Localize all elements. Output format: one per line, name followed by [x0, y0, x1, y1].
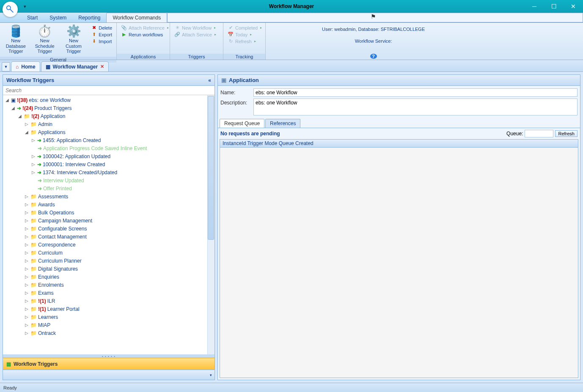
pending-label: No requests are pending [220, 131, 280, 137]
close-tab-icon[interactable]: ✕ [100, 64, 104, 69]
maximize-button[interactable]: ☐ [544, 0, 564, 13]
svg-point-0 [7, 6, 11, 10]
trigger-tree[interactable]: ◢▣ !(38)ebs: one Workflow◢➜ !(24)Product… [3, 95, 214, 354]
doctab-dropdown[interactable]: ▼ [2, 62, 10, 71]
tree-node[interactable]: ▷📁 Enquiries [5, 273, 214, 281]
new-database-trigger-button[interactable]: 🛢️New DatabaseTrigger [2, 24, 30, 56]
application-title: Application [229, 77, 259, 83]
minimize-button[interactable]: ─ [525, 0, 544, 13]
status-bar: Ready [0, 383, 583, 392]
menu-tab-workflow-commands[interactable]: Workflow Commands [106, 13, 167, 22]
tree-node[interactable]: ▷📁 !(1)ILR [5, 297, 214, 305]
tree-node[interactable]: ➜ Interview Updated [5, 176, 214, 184]
tab-workflow-manager[interactable]: ▦Workflow Manager✕ [41, 61, 109, 71]
window-title: Workflow Manager [269, 3, 314, 9]
tree-node[interactable]: ▷📁 Contact Management [5, 233, 214, 241]
tree-node[interactable]: ▷📁 Ontrack [5, 329, 214, 337]
name-label: Name: [220, 88, 250, 96]
user-database-label: User: webadmin, Database: SFTRIBALCOLLEG… [322, 27, 425, 32]
tree-node[interactable]: ◢➜ !(24)Product Triggers [5, 104, 214, 112]
import-button[interactable]: ⬇Import [89, 38, 114, 44]
nav-workflow-triggers[interactable]: ▦Workflow Triggers [3, 358, 214, 370]
tree-node[interactable]: ▷➜ 1374: Interview Created/Updated [5, 168, 214, 176]
menu-tabstrip: Start System Reporting Workflow Commands… [0, 13, 583, 23]
close-button[interactable]: ✕ [564, 0, 583, 13]
tab-request-queue[interactable]: Request Queue [220, 119, 264, 128]
search-input[interactable] [3, 86, 214, 95]
tree-node[interactable]: ▷📁 Exams [5, 289, 214, 297]
menu-tab-reporting[interactable]: Reporting [72, 13, 106, 22]
tree-node[interactable]: ▷📁 Curriculum [5, 249, 214, 257]
refresh-button[interactable]: Refresh [555, 130, 578, 137]
tree-node[interactable]: ▷📁 Assessments [5, 192, 214, 200]
new-custom-trigger-button[interactable]: ⚙️New CustomTrigger [60, 24, 88, 56]
tree-node[interactable]: ▷📁 Configurable Screens [5, 225, 214, 233]
menu-tab-system[interactable]: System [44, 13, 72, 22]
description-field[interactable] [253, 99, 578, 115]
tree-node[interactable]: ▷📁 Enrolments [5, 281, 214, 289]
attach-reference-button: 📎Attach Reference▸ [119, 25, 170, 31]
app-orb-button[interactable] [3, 2, 18, 17]
ribbon-group-triggers: Triggers [170, 54, 223, 60]
tab-references[interactable]: References [265, 119, 300, 128]
export-button[interactable]: ⬆Export [89, 31, 114, 38]
panel-splitter[interactable]: • • • • • [3, 354, 214, 358]
tree-node[interactable]: ▷📁 Learners [5, 313, 214, 321]
tree-node[interactable]: ▷➜ 1000001: Interview Created [5, 160, 214, 168]
tree-node[interactable]: ▷📁 Curriculum Planner [5, 257, 214, 265]
ribbon-group-applications: Applications [117, 54, 170, 60]
tree-node[interactable]: ▷📁 Awards [5, 200, 214, 208]
workflow-service-label: Workflow Service: [355, 38, 392, 44]
ribbon: 🛢️New DatabaseTrigger ⏱️New ScheduleTrig… [0, 23, 583, 60]
tree-node[interactable]: ▷📁 !(1)Learner Portal [5, 305, 214, 313]
delete-button[interactable]: ✖Delete [89, 25, 114, 31]
refresh-tracking-button: ↻Refresh▸ [226, 38, 264, 44]
new-workflow-button: ✳New Workflow▸ [173, 25, 218, 31]
new-schedule-trigger-button[interactable]: ⏱️New ScheduleTrigger [30, 24, 58, 56]
main-area: Workflow Triggers « ◢▣ !(38)ebs: one Wor… [0, 72, 583, 383]
grid-body [220, 148, 578, 378]
tree-node[interactable]: ◢▣ !(38)ebs: one Workflow [5, 96, 214, 104]
app-icon: ▣ [221, 77, 226, 83]
qat-dropdown[interactable]: ▾ [24, 4, 26, 9]
flag-icon[interactable]: ⚑ [371, 13, 376, 20]
tree-node[interactable]: ▷📁 Digital Signatures [5, 265, 214, 273]
menu-tab-start[interactable]: Start [21, 13, 44, 22]
panel-title: Workflow Triggers [6, 77, 54, 83]
tree-node[interactable]: ◢📁 !(2)Application [5, 112, 214, 120]
tree-icon: ▦ [6, 361, 11, 367]
titlebar: ▾ Workflow Manager ─ ☐ ✕ [0, 0, 583, 13]
tree-node[interactable]: ➜ Offer Printed [5, 184, 214, 192]
tree-node[interactable]: ▷➜ 1000042: Application Updated [5, 152, 214, 160]
rerun-workflows-button[interactable]: ▶Rerun workflows [119, 31, 170, 38]
tree-node[interactable]: ▷📁 Campaign Management [5, 217, 214, 225]
queue-label: Queue: [506, 131, 523, 137]
name-field[interactable] [253, 88, 578, 97]
workflow-triggers-panel: Workflow Triggers « ◢▣ !(38)ebs: one Wor… [3, 74, 215, 380]
tree-node[interactable]: ◢📁 Applications [5, 128, 214, 136]
grid-header: InstanceId Trigger Mode Queue Created [220, 139, 578, 148]
application-panel: ▣Application Name: Description: Request … [217, 74, 580, 380]
svg-line-1 [10, 9, 13, 12]
workflow-icon: ▦ [46, 64, 50, 70]
collapse-panel-button[interactable]: « [208, 77, 211, 83]
today-button: 📅Today▸ [226, 31, 264, 38]
document-tabstrip: ▼ ⌂Home ▦Workflow Manager✕ [0, 60, 583, 72]
tree-node[interactable]: ▷📁 MIAP [5, 321, 214, 329]
help-icon[interactable]: ? [370, 54, 377, 59]
ribbon-group-tracking: Tracking [223, 54, 265, 60]
tree-node[interactable]: ▷📁 Correspondence [5, 241, 214, 249]
tree-scrollbar[interactable] [207, 95, 214, 354]
home-icon: ⌂ [16, 64, 19, 70]
attach-service-button: 🔗Attach Service▸ [173, 31, 218, 38]
tab-home[interactable]: ⌂Home [11, 61, 40, 71]
description-label: Description: [220, 99, 250, 106]
nav-expand-button[interactable]: ▾ [210, 373, 212, 377]
tree-node[interactable]: ▷📁 Admin [5, 120, 214, 128]
tree-node[interactable]: ▷➜ 1455: Application Created [5, 136, 214, 144]
tree-node[interactable]: ▷📁 Bulk Operations [5, 208, 214, 217]
completed-button: ✔Completed▸ [226, 25, 264, 31]
tree-node[interactable]: ➜ Application Progress Code Saved Inline… [5, 144, 214, 152]
queue-input[interactable] [525, 130, 553, 137]
